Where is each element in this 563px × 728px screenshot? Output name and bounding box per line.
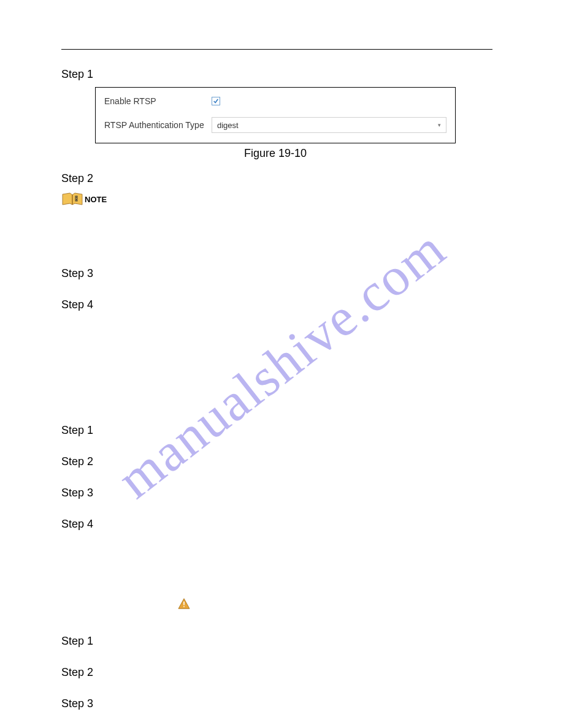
auth-type-label: RTSP Authentication Type xyxy=(104,120,212,130)
note-label: NOTE xyxy=(85,195,107,204)
svg-marker-0 xyxy=(63,193,72,205)
step-1c: Step 1 xyxy=(61,635,492,648)
svg-point-4 xyxy=(76,197,77,198)
horizontal-rule xyxy=(61,49,492,50)
step-3b: Step 3 xyxy=(61,487,492,499)
figure-caption: Figure 19-10 xyxy=(95,147,456,160)
settings-panel: Enable RTSP RTSP Authentication Type dig… xyxy=(95,87,456,143)
step-4a: Step 4 xyxy=(61,298,492,311)
step-2a: Step 2 xyxy=(61,172,492,185)
step-1a: Step 1 xyxy=(61,68,492,81)
step-3a: Step 3 xyxy=(61,267,492,280)
step-2c: Step 2 xyxy=(61,666,492,679)
svg-rect-8 xyxy=(183,606,185,607)
note-icon xyxy=(61,192,83,206)
note-block: NOTE xyxy=(61,192,492,206)
step-2b: Step 2 xyxy=(61,455,492,468)
step-3c: Step 3 xyxy=(61,697,492,710)
warning-icon xyxy=(178,601,190,611)
step-1b: Step 1 xyxy=(61,424,492,437)
chevron-down-icon: ▾ xyxy=(438,122,441,128)
svg-rect-7 xyxy=(183,602,185,605)
auth-type-select[interactable]: digest ▾ xyxy=(212,117,446,133)
step-4b: Step 4 xyxy=(61,518,492,531)
enable-rtsp-label: Enable RTSP xyxy=(104,96,212,106)
auth-type-value: digest xyxy=(217,121,239,130)
enable-rtsp-checkbox[interactable] xyxy=(212,97,220,105)
svg-rect-5 xyxy=(76,199,77,200)
